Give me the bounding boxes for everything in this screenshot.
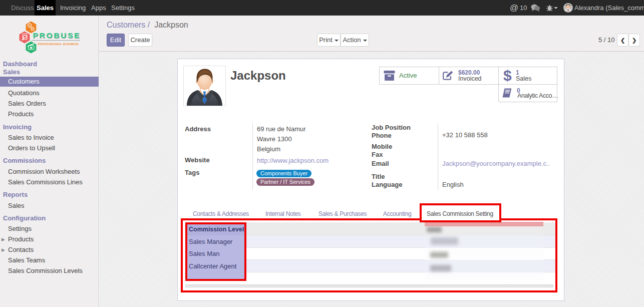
svg-text:PROBUSE: PROBUSE [33,31,81,40]
svg-text:PROFESSIONAL BUSINESS: PROFESSIONAL BUSINESS [38,43,79,46]
